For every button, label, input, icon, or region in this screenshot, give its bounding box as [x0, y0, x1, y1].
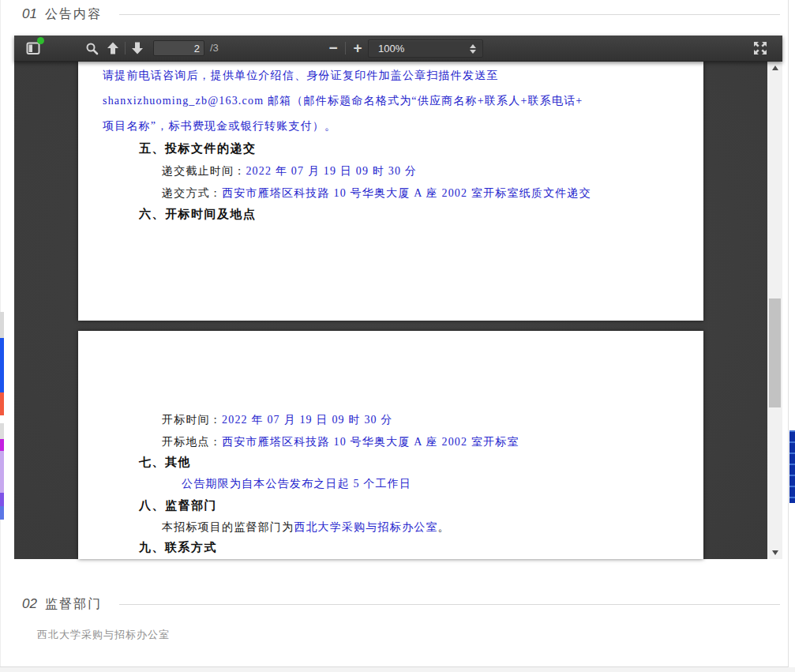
- label: 。: [438, 521, 450, 533]
- triangle-up-icon: [772, 66, 778, 70]
- zoom-level-value: 100%: [378, 43, 470, 54]
- pdf-page-2: 开标时间：2022 年 07 月 19 日 09 时 30 分 开标地点：西安市…: [78, 331, 703, 559]
- pdf-viewer: /3 − + 100% 请提前电话: [14, 36, 782, 558]
- label: 递交截止时间：: [162, 165, 246, 177]
- section-number: 02: [22, 596, 37, 612]
- doc-line-open-time: 开标时间：2022 年 07 月 19 日 09 时 30 分: [162, 412, 393, 428]
- arrow-up-icon: [106, 41, 120, 55]
- page-up-button[interactable]: [103, 39, 122, 58]
- doc-line-deadline: 递交截止时间：2022 年 07 月 19 日 09 时 30 分: [162, 163, 417, 179]
- scrollbar-up-button[interactable]: [767, 62, 782, 74]
- scrollbar-down-button[interactable]: [767, 546, 782, 559]
- pdf-toolbar: /3 − + 100%: [14, 36, 782, 62]
- doc-heading-9: 九、联系方式: [139, 539, 217, 555]
- zoom-out-button[interactable]: −: [324, 39, 343, 58]
- section-number: 01: [22, 6, 37, 22]
- section-rule: [119, 604, 780, 605]
- fullscreen-icon: [753, 41, 767, 55]
- card-right-border: [788, 0, 789, 667]
- value: 2022 年 07 月 19 日 09 时 30 分: [246, 165, 417, 177]
- doc-heading-7: 七、其他: [139, 454, 191, 470]
- doc-heading-6: 六、开标时间及地点: [139, 206, 257, 222]
- pdf-scrollbar[interactable]: [767, 62, 782, 559]
- select-stepper-icon: [470, 44, 476, 54]
- toolbar-divider: [345, 42, 346, 54]
- section-title: 监督部门: [45, 596, 102, 613]
- label: 开标时间：: [162, 414, 222, 426]
- label: 开标地点：: [162, 436, 222, 448]
- value: 西安市雁塔区科技路 10 号华奥大厦 A 座 2002 室开标室: [222, 436, 519, 448]
- doc-paragraph-line: shanxizhuoming_zb@163.com 邮箱（邮件标题命名格式为“供…: [103, 93, 583, 109]
- section-heading-supervisor: 02 监督部门: [22, 595, 780, 614]
- triangle-down-icon: [772, 550, 778, 555]
- doc-line-notice: 公告期限为自本公告发布之日起 5 个工作日: [182, 476, 411, 492]
- doc-line-open-place: 开标地点：西安市雁塔区科技路 10 号华奥大厦 A 座 2002 室开标室: [162, 434, 519, 450]
- doc-paragraph-line: 项目名称”，标书费现金或银行转账支付）。: [103, 118, 336, 134]
- right-edge-clipped-element: [789, 0, 795, 672]
- doc-heading-8: 八、监督部门: [139, 497, 217, 513]
- pdf-page-1: 请提前电话咨询后，提供单位介绍信、身份证复印件加盖公章扫描件发送至 shanxi…: [78, 62, 703, 321]
- supervisor-link-text: 西北大学采购与招标办公室: [294, 521, 437, 533]
- doc-paragraph-line: 请提前电话咨询后，提供单位介绍信、身份证复印件加盖公章扫描件发送至: [103, 68, 499, 84]
- card-left-border: [0, 0, 1, 667]
- notification-dot: [37, 37, 44, 44]
- zoom-level-select[interactable]: 100%: [368, 39, 483, 58]
- doc-heading-5: 五、投标文件的递交: [139, 141, 257, 156]
- toolbar-divider: [125, 42, 126, 54]
- page-bottom-gutter: [0, 667, 795, 672]
- section-title: 公告内容: [45, 6, 102, 23]
- scrollbar-thumb[interactable]: [769, 298, 781, 407]
- page-number-input[interactable]: [153, 40, 204, 56]
- label: 递交方式：: [162, 187, 222, 199]
- supervisor-content: 西北大学采购与招标办公室: [37, 628, 170, 642]
- search-icon: [85, 42, 99, 55]
- edge-strip-segment: [789, 430, 795, 503]
- fullscreen-button[interactable]: [751, 39, 770, 58]
- label: 本招标项目的监督部门为: [162, 521, 294, 533]
- pdf-content-area: 请提前电话咨询后，提供单位介绍信、身份证复印件加盖公章扫描件发送至 shanxi…: [14, 62, 782, 559]
- value: 2022 年 07 月 19 日 09 时 30 分: [222, 414, 393, 426]
- doc-line-supervisor: 本招标项目的监督部门为西北大学采购与招标办公室。: [162, 520, 450, 535]
- section-rule: [119, 14, 780, 15]
- section-heading-announcement: 01 公告内容: [22, 5, 780, 24]
- zoom-in-button[interactable]: +: [348, 39, 367, 58]
- value: 西安市雁塔区科技路 10 号华奥大厦 A 座 2002 室开标室纸质文件递交: [222, 187, 591, 199]
- page-down-button[interactable]: [128, 39, 147, 58]
- search-button[interactable]: [82, 39, 101, 58]
- arrow-down-icon: [130, 41, 144, 55]
- sidebar-toggle-button[interactable]: [24, 39, 43, 58]
- page-root: 01 公告内容: [0, 0, 795, 672]
- doc-line-method: 递交方式：西安市雁塔区科技路 10 号华奥大厦 A 座 2002 室开标室纸质文…: [162, 186, 591, 201]
- page-total-label: /3: [210, 42, 219, 54]
